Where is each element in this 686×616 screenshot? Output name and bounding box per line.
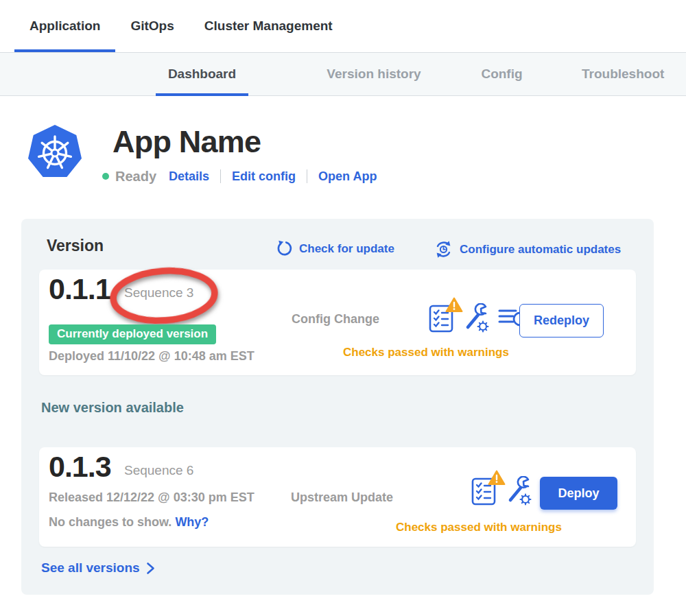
auto-update-clock-icon	[434, 240, 453, 259]
tab-gitops[interactable]: GitOps	[115, 0, 189, 52]
no-changes-text: No changes to show. Why?	[49, 515, 209, 530]
check-for-update-link[interactable]: Check for update	[276, 240, 394, 257]
tab-cluster-management[interactable]: Cluster Management	[189, 0, 348, 52]
tab-application-label: Application	[29, 19, 100, 34]
check-for-update-label: Check for update	[299, 242, 394, 256]
subnav-dashboard-label: Dashboard	[168, 67, 236, 82]
released-timestamp: Released 12/12/22 @ 03:30 pm EST	[49, 490, 255, 505]
kubernetes-logo-icon	[26, 123, 84, 181]
open-app-link[interactable]: Open App	[318, 169, 377, 184]
see-all-versions-link[interactable]: See all versions	[41, 560, 155, 576]
preflight-checklist-icon[interactable]	[471, 476, 497, 506]
configure-automatic-updates-label: Configure automatic updates	[460, 243, 621, 257]
page-title: App Name	[113, 124, 261, 160]
release-check-icons	[471, 476, 532, 506]
subnav-tab-dashboard[interactable]: Dashboard	[156, 53, 248, 95]
tab-cluster-management-label: Cluster Management	[204, 19, 333, 34]
version-section: Version Check for update Configure autom…	[21, 219, 654, 595]
app-subnav: Dashboard Version history Config Trouble…	[0, 52, 686, 96]
deploy-button[interactable]: Deploy	[540, 477, 617, 510]
new-version-heading: New version available	[41, 400, 184, 416]
app-status-row: Ready Details Edit config Open App	[102, 167, 377, 185]
wrench-gear-icon[interactable]	[505, 476, 532, 506]
status-badge: Ready	[115, 169, 156, 185]
new-release-card: 0.1.3 Sequence 6 Released 12/12/22 @ 03:…	[39, 447, 636, 547]
current-release-card: 0.1.1 Sequence 3 Currently deployed vers…	[39, 270, 636, 375]
checks-status-text: Checks passed with warnings	[343, 346, 509, 359]
release-source-label: Config Change	[292, 312, 379, 327]
subnav-tab-troubleshoot[interactable]: Troubleshoot	[582, 53, 686, 95]
subnav-version-history-label: Version history	[327, 67, 421, 82]
release-source-label: Upstream Update	[291, 490, 393, 505]
divider	[307, 169, 307, 183]
chevron-right-icon	[146, 562, 155, 575]
edit-config-link[interactable]: Edit config	[232, 169, 296, 184]
subnav-tab-version-history[interactable]: Version history	[317, 53, 431, 95]
why-link[interactable]: Why?	[175, 515, 209, 529]
tab-application[interactable]: Application	[14, 0, 115, 52]
tab-gitops-label: GitOps	[130, 19, 174, 34]
warning-triangle-icon	[445, 297, 463, 313]
configure-automatic-updates-link[interactable]: Configure automatic updates	[434, 240, 621, 259]
current-sequence-label: Sequence 3	[124, 285, 193, 300]
subnav-troubleshoot-label: Troubleshoot	[582, 67, 664, 82]
redeploy-button[interactable]: Redeploy	[519, 304, 604, 337]
warning-triangle-icon	[488, 470, 506, 486]
checks-status-text: Checks passed with warnings	[396, 521, 562, 534]
subnav-config-label: Config	[481, 67, 522, 82]
wrench-gear-icon[interactable]	[462, 303, 490, 333]
details-link[interactable]: Details	[169, 169, 209, 184]
divider	[220, 169, 221, 183]
no-changes-label: No changes to show.	[49, 515, 172, 529]
refresh-icon	[276, 240, 293, 257]
preflight-checklist-icon[interactable]	[428, 303, 454, 333]
new-version-number: 0.1.3	[49, 450, 111, 484]
currently-deployed-badge: Currently deployed version	[49, 324, 216, 344]
new-sequence-label: Sequence 6	[124, 463, 193, 478]
see-all-versions-label: See all versions	[41, 560, 140, 576]
status-dot-icon	[102, 173, 109, 180]
subnav-tab-config[interactable]: Config	[468, 53, 536, 95]
version-heading: Version	[47, 237, 104, 255]
release-check-icons	[428, 303, 528, 333]
current-version-number: 0.1.1	[49, 272, 111, 306]
deployed-timestamp: Deployed 11/10/22 @ 10:48 am EST	[49, 349, 255, 364]
primary-nav: Application GitOps Cluster Management	[0, 0, 686, 52]
